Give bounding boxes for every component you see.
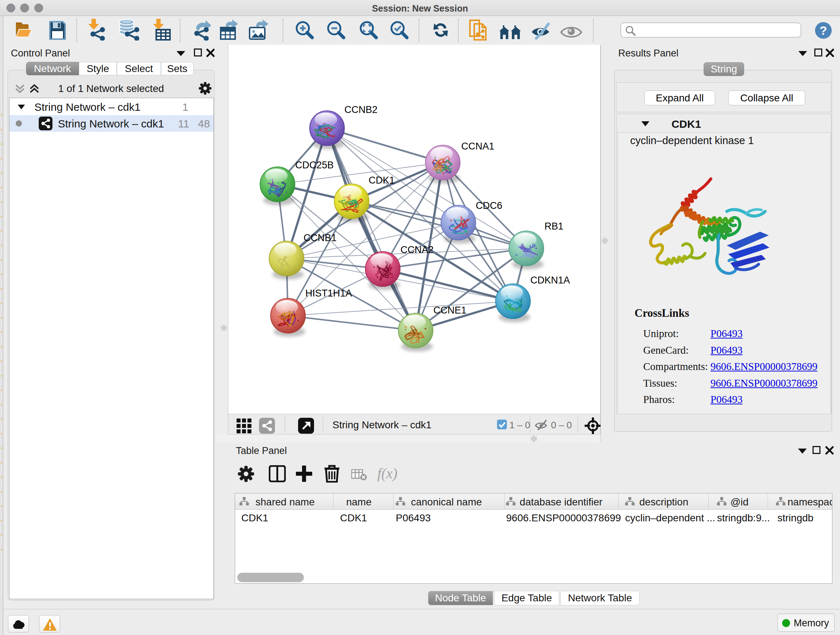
svg-text:CCNA2: CCNA2 — [401, 244, 434, 255]
svg-text:CCNA1: CCNA1 — [461, 141, 494, 152]
svg-text:CDKN1A: CDKN1A — [531, 275, 570, 286]
svg-text:CCNB2: CCNB2 — [344, 104, 378, 115]
svg-text:CCNE1: CCNE1 — [433, 305, 467, 316]
svg-text:HIST1H1A: HIST1H1A — [305, 288, 352, 299]
svg-text:CDK1: CDK1 — [369, 175, 395, 186]
svg-text:CDC6: CDC6 — [476, 200, 502, 211]
svg-text:RB1: RB1 — [545, 221, 564, 232]
svg-text:CDC25B: CDC25B — [295, 160, 334, 171]
svg-text:CCNB1: CCNB1 — [303, 233, 337, 243]
